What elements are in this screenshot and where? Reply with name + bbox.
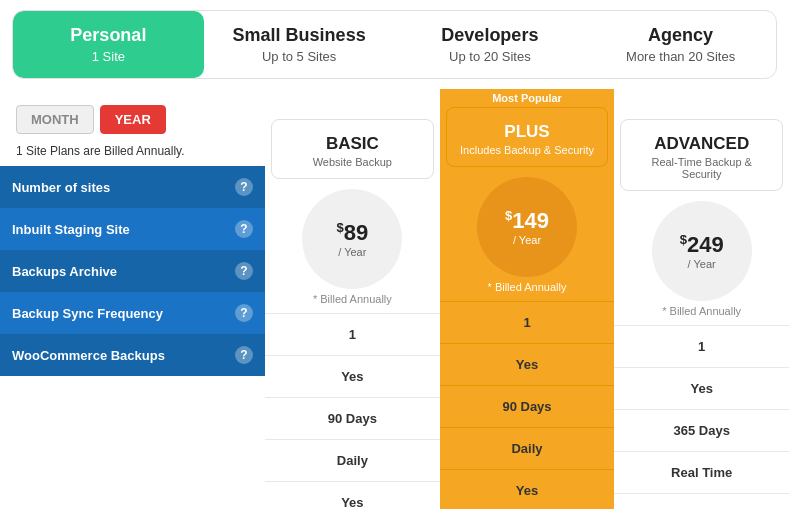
- year-toggle[interactable]: YEAR: [100, 105, 166, 134]
- tab-small-business[interactable]: Small Business Up to 5 Sites: [204, 11, 395, 78]
- billing-toggle-area: MONTH YEAR 1 Site Plans are Billed Annua…: [0, 89, 265, 166]
- basic-header: BASIC Website Backup: [271, 119, 434, 179]
- basic-price-container: $89 / Year: [265, 179, 440, 293]
- basic-period: / Year: [338, 246, 366, 258]
- advanced-desc: Real-Time Backup & Security: [631, 156, 772, 180]
- plus-woo: Yes: [440, 469, 615, 509]
- question-icon-4[interactable]: ?: [235, 346, 253, 364]
- basic-woo: Yes: [265, 481, 440, 509]
- basic-price: $89: [336, 220, 368, 246]
- plus-sites: 1: [440, 301, 615, 343]
- question-icon-1[interactable]: ?: [235, 220, 253, 238]
- plus-desc: Includes Backup & Security: [457, 144, 598, 156]
- plan-basic: BASIC Website Backup $89 / Year * Billed…: [265, 89, 440, 509]
- basic-billed: * Billed Annually: [265, 293, 440, 313]
- tab-personal[interactable]: Personal 1 Site: [13, 11, 204, 78]
- tab-personal-name: Personal: [23, 25, 194, 46]
- pricing-columns: BASIC Website Backup $89 / Year * Billed…: [265, 89, 789, 509]
- tab-developers[interactable]: Developers Up to 20 Sites: [395, 11, 586, 78]
- question-icon-3[interactable]: ?: [235, 304, 253, 322]
- advanced-sites: 1: [614, 325, 789, 367]
- advanced-period: / Year: [688, 258, 716, 270]
- most-popular-badge: Most Popular: [446, 89, 609, 107]
- advanced-header: ADVANCED Real-Time Backup & Security: [620, 119, 783, 191]
- feature-label-backups-archive: Backups Archive ?: [0, 250, 265, 292]
- advanced-name: ADVANCED: [631, 134, 772, 154]
- advanced-price-circle: $249 / Year: [652, 201, 752, 301]
- tab-agency[interactable]: Agency More than 20 Sites: [585, 11, 776, 78]
- feature-label-backup-sync: Backup Sync Frequency ?: [0, 292, 265, 334]
- basic-desc: Website Backup: [282, 156, 423, 168]
- pricing-section: MONTH YEAR 1 Site Plans are Billed Annua…: [0, 89, 789, 509]
- plus-price-container: $149 / Year: [440, 167, 615, 281]
- basic-sites: 1: [265, 313, 440, 355]
- question-icon-2[interactable]: ?: [235, 262, 253, 280]
- tab-developers-sub: Up to 20 Sites: [405, 49, 576, 64]
- plus-staging: Yes: [440, 343, 615, 385]
- question-icon-0[interactable]: ?: [235, 178, 253, 196]
- tab-small-business-name: Small Business: [214, 25, 385, 46]
- plus-price-circle: $149 / Year: [477, 177, 577, 277]
- feature-label-staging: Inbuilt Staging Site ?: [0, 208, 265, 250]
- plus-period: / Year: [513, 234, 541, 246]
- advanced-archive: 365 Days: [614, 409, 789, 451]
- left-panel: MONTH YEAR 1 Site Plans are Billed Annua…: [0, 89, 265, 509]
- advanced-billed: * Billed Annually: [614, 305, 789, 325]
- feature-label-number-of-sites: Number of sites ?: [0, 166, 265, 208]
- basic-sync: Daily: [265, 439, 440, 481]
- billing-note: 1 Site Plans are Billed Annually.: [16, 144, 249, 158]
- tab-small-business-sub: Up to 5 Sites: [214, 49, 385, 64]
- plus-name: PLUS: [457, 122, 598, 142]
- advanced-price: $249: [680, 232, 724, 258]
- advanced-price-container: $249 / Year: [614, 191, 789, 305]
- basic-price-circle: $89 / Year: [302, 189, 402, 289]
- plan-tabs: Personal 1 Site Small Business Up to 5 S…: [12, 10, 777, 79]
- tab-agency-name: Agency: [595, 25, 766, 46]
- plus-header: PLUS Includes Backup & Security: [446, 107, 609, 167]
- plan-advanced: ADVANCED Real-Time Backup & Security $24…: [614, 89, 789, 509]
- tab-personal-sub: 1 Site: [23, 49, 194, 64]
- plus-archive: 90 Days: [440, 385, 615, 427]
- plus-sync: Daily: [440, 427, 615, 469]
- basic-archive: 90 Days: [265, 397, 440, 439]
- feature-label-woocommerce: WooCommerce Backups ?: [0, 334, 265, 376]
- tab-agency-sub: More than 20 Sites: [595, 49, 766, 64]
- tab-developers-name: Developers: [405, 25, 576, 46]
- toggle-row: MONTH YEAR: [16, 105, 249, 134]
- plan-plus: Most Popular PLUS Includes Backup & Secu…: [440, 89, 615, 509]
- basic-name: BASIC: [282, 134, 423, 154]
- basic-staging: Yes: [265, 355, 440, 397]
- advanced-staging: Yes: [614, 367, 789, 409]
- advanced-sync: Real Time: [614, 451, 789, 493]
- plus-billed: * Billed Annually: [440, 281, 615, 301]
- plus-price: $149: [505, 208, 549, 234]
- advanced-woo: Yes: [614, 493, 789, 509]
- month-toggle[interactable]: MONTH: [16, 105, 94, 134]
